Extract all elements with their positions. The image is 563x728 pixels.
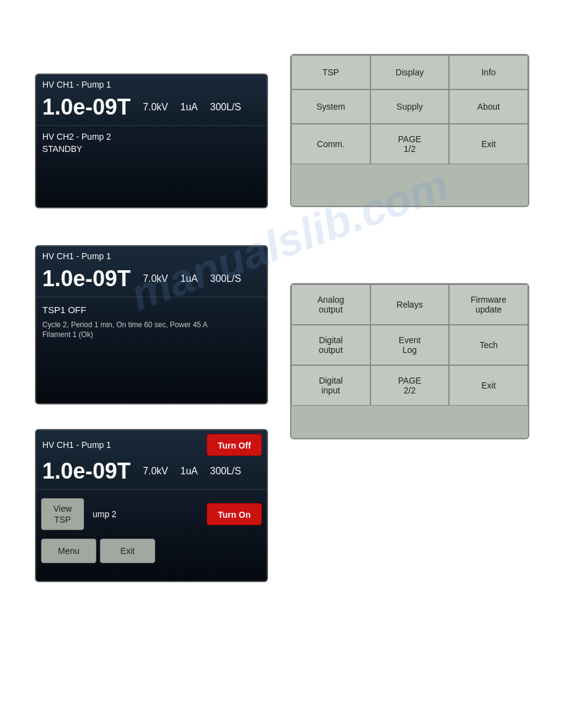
panel2-speed: 300L/S xyxy=(210,273,241,284)
menu2-cell-page2[interactable]: PAGE 2/2 xyxy=(370,365,450,406)
panel3-divider xyxy=(36,489,267,490)
panel2-current: 1uA xyxy=(180,273,197,284)
menu2-cell-digital-in[interactable]: Digital input xyxy=(291,365,370,406)
display-panel-3: HV CH1 - Pump 1 Turn Off 1.0e-09T 7.0kV … xyxy=(35,429,268,582)
panel3-main: 1.0e-09T 7.0kV 1uA 300L/S xyxy=(36,458,267,487)
panel2-info1: Cycle 2, Period 1 min, On time 60 sec, P… xyxy=(36,320,267,330)
panel1-speed: 300L/S xyxy=(210,102,241,113)
menu1-cell-page[interactable]: PAGE 1/2 xyxy=(370,124,450,164)
panel3-speed: 300L/S xyxy=(210,466,241,477)
menu2-cell-firmware[interactable]: Firmware update xyxy=(449,284,528,325)
view-tsp-button[interactable]: View TSP xyxy=(41,498,84,530)
panel1-main: 1.0e-09T 7.0kV 1uA 300L/S xyxy=(36,92,267,123)
panel2-title: HV CH1 - Pump 1 xyxy=(36,246,267,264)
panel1-current: 1uA xyxy=(180,102,197,113)
panel2-main: 1.0e-09T 7.0kV 1uA 300L/S xyxy=(36,264,267,294)
menu1-cell-supply[interactable]: Supply xyxy=(370,89,450,124)
menu1-cell-comm[interactable]: Comm. xyxy=(291,124,370,164)
panel1-value: 1.0e-09T xyxy=(42,94,131,120)
panel3-current: 1uA xyxy=(180,466,197,477)
exit-button[interactable]: Exit xyxy=(100,539,155,563)
menu2-cell-exit[interactable]: Exit xyxy=(449,365,528,406)
panel3-title: HV CH1 - Pump 1 xyxy=(42,440,111,450)
menu1-cell-about[interactable]: About xyxy=(449,89,528,124)
panel2-divider xyxy=(36,297,267,297)
panel1-title: HV CH1 - Pump 1 xyxy=(36,75,267,92)
menu1-grid: TSP Display Info System Supply About Com… xyxy=(291,55,528,164)
panel1-voltage: 7.0kV xyxy=(143,102,168,113)
menu-panel-1: TSP Display Info System Supply About Com… xyxy=(290,54,529,207)
menu1-cell-system[interactable]: System xyxy=(291,89,370,124)
panel3-voltage: 7.0kV xyxy=(143,466,168,477)
menu1-cell-tsp[interactable]: TSP xyxy=(291,55,370,89)
panel3-value: 1.0e-09T xyxy=(42,458,131,484)
menu-panel-2: Analog output Relays Firmware update Dig… xyxy=(290,283,529,439)
panel3-sub-title: ump 2 xyxy=(88,509,117,519)
panel1-sub-title: HV CH2 - Pump 2 xyxy=(36,128,267,143)
display-panel-2: HV CH1 - Pump 1 1.0e-09T 7.0kV 1uA 300L/… xyxy=(35,245,268,404)
menu1-cell-exit[interactable]: Exit xyxy=(449,124,528,164)
display-panel-1: HV CH1 - Pump 1 1.0e-09T 7.0kV 1uA 300L/… xyxy=(35,74,268,208)
menu-button[interactable]: Menu xyxy=(41,539,96,563)
panel2-status: TSP1 OFF xyxy=(36,300,267,320)
menu1-cell-display[interactable]: Display xyxy=(370,55,450,89)
menu2-cell-relays[interactable]: Relays xyxy=(370,284,450,325)
menu2-cell-digital-out[interactable]: Digital output xyxy=(291,325,370,365)
menu1-cell-info[interactable]: Info xyxy=(449,55,528,89)
menu2-cell-tech[interactable]: Tech xyxy=(449,325,528,365)
panel1-divider xyxy=(36,125,267,126)
turn-on-button[interactable]: Turn On xyxy=(207,503,262,525)
turn-off-button[interactable]: Turn Off xyxy=(207,434,262,456)
menu2-cell-analog[interactable]: Analog output xyxy=(291,284,370,325)
menu2-cell-event-log[interactable]: Event Log xyxy=(370,325,450,365)
panel2-value: 1.0e-09T xyxy=(42,266,131,292)
menu2-grid: Analog output Relays Firmware update Dig… xyxy=(291,284,528,406)
panel1-status: STANDBY xyxy=(36,143,267,159)
panel2-info2: Filament 1 (Ok) xyxy=(36,330,267,339)
panel2-voltage: 7.0kV xyxy=(143,273,168,284)
